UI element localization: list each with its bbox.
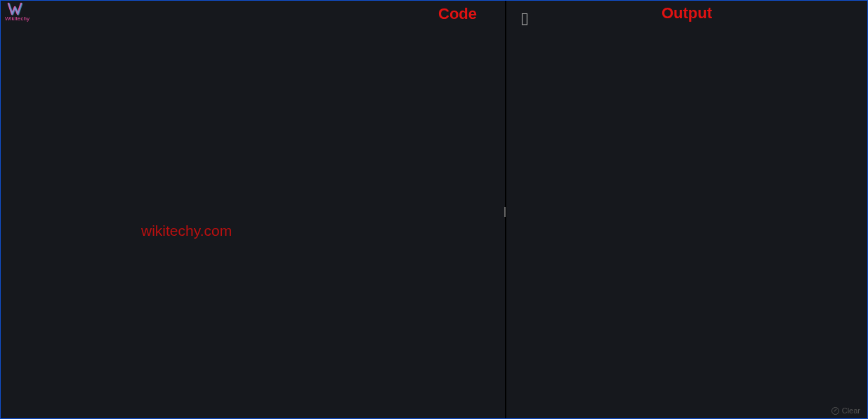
clear-button[interactable]: Clear — [829, 405, 863, 416]
clear-icon — [831, 407, 839, 415]
editor-container: Wikitechy Code wikitechy.com Output ▯ Cl… — [1, 1, 867, 418]
code-pane[interactable]: Wikitechy Code wikitechy.com — [1, 1, 506, 418]
output-pane: Output ▯ Clear — [506, 1, 867, 418]
brand-logo: Wikitechy — [5, 1, 29, 22]
wikitechy-logo-icon — [7, 1, 28, 18]
output-cursor: ▯ — [520, 11, 529, 26]
code-pane-title: Code — [438, 5, 477, 23]
watermark-text: wikitechy.com — [141, 222, 232, 239]
clear-button-label: Clear — [842, 406, 860, 415]
pane-splitter-handle[interactable] — [504, 207, 506, 217]
output-pane-title: Output — [662, 4, 712, 22]
